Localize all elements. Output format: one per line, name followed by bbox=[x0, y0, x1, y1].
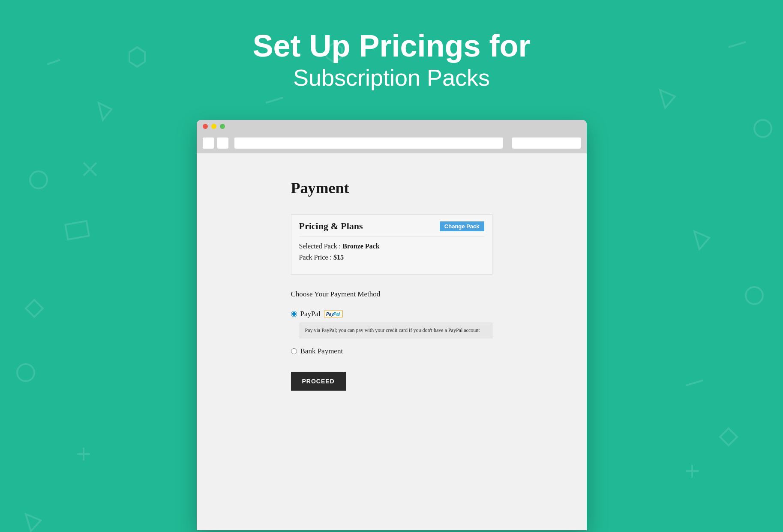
svg-marker-5 bbox=[99, 103, 111, 120]
browser-titlebar bbox=[197, 120, 587, 133]
paypal-badge-icon: Pay Pal bbox=[324, 311, 343, 317]
page-title: Payment bbox=[291, 179, 492, 197]
paypal-description: Pay via PayPal; you can pay with your cr… bbox=[300, 323, 492, 338]
payment-method-label: Choose Your Payment Method bbox=[291, 290, 492, 299]
pack-price-row: Pack Price : $15 bbox=[299, 254, 484, 261]
bank-radio[interactable] bbox=[291, 348, 297, 354]
address-bar[interactable] bbox=[234, 137, 503, 149]
svg-marker-8 bbox=[660, 90, 675, 108]
toolbar-button[interactable] bbox=[203, 137, 214, 149]
svg-line-14 bbox=[84, 163, 96, 176]
svg-point-1 bbox=[754, 120, 771, 137]
page-content: Payment Pricing & Plans Change Pack Sele… bbox=[197, 153, 587, 530]
svg-marker-9 bbox=[26, 300, 43, 317]
window-close-icon[interactable] bbox=[203, 124, 208, 129]
proceed-button[interactable]: PROCEED bbox=[291, 372, 346, 391]
toolbar-search[interactable] bbox=[512, 137, 581, 149]
svg-marker-6 bbox=[694, 231, 709, 249]
payment-option-bank[interactable]: Bank Payment bbox=[291, 347, 492, 356]
window-minimize-icon[interactable] bbox=[211, 124, 216, 129]
hero-subtitle: Subscription Packs bbox=[0, 64, 783, 91]
svg-rect-4 bbox=[65, 221, 89, 239]
browser-window: Payment Pricing & Plans Change Pack Sele… bbox=[197, 120, 587, 530]
svg-marker-7 bbox=[26, 514, 41, 531]
svg-line-22 bbox=[686, 380, 703, 386]
toolbar-button[interactable] bbox=[217, 137, 228, 149]
svg-line-13 bbox=[84, 163, 96, 176]
paypal-radio[interactable] bbox=[291, 311, 297, 317]
payment-option-paypal[interactable]: PayPal Pay Pal bbox=[291, 310, 492, 318]
svg-point-2 bbox=[17, 364, 34, 381]
svg-marker-10 bbox=[720, 428, 737, 445]
selected-pack-value: Bronze Pack bbox=[342, 242, 379, 250]
browser-toolbar bbox=[197, 133, 587, 153]
svg-point-0 bbox=[30, 171, 47, 188]
hero-header: Set Up Pricings for Subscription Packs bbox=[0, 0, 783, 91]
window-maximize-icon[interactable] bbox=[220, 124, 225, 129]
paypal-label: PayPal bbox=[300, 310, 321, 318]
selected-pack-label: Selected Pack : bbox=[299, 242, 343, 250]
pricing-card: Pricing & Plans Change Pack Selected Pac… bbox=[291, 214, 492, 275]
pricing-card-title: Pricing & Plans bbox=[299, 221, 363, 232]
svg-line-20 bbox=[266, 98, 283, 103]
change-pack-button[interactable]: Change Pack bbox=[440, 221, 484, 231]
hero-title: Set Up Pricings for bbox=[0, 30, 783, 63]
pricing-card-header: Pricing & Plans Change Pack bbox=[299, 221, 484, 236]
svg-text:Pay: Pay bbox=[326, 312, 334, 317]
bank-label: Bank Payment bbox=[300, 347, 343, 356]
svg-text:Pal: Pal bbox=[333, 312, 340, 317]
pack-price-label: Pack Price : bbox=[299, 254, 333, 261]
pack-price-value: $15 bbox=[333, 254, 344, 261]
selected-pack-row: Selected Pack : Bronze Pack bbox=[299, 242, 484, 250]
svg-point-3 bbox=[746, 287, 763, 304]
